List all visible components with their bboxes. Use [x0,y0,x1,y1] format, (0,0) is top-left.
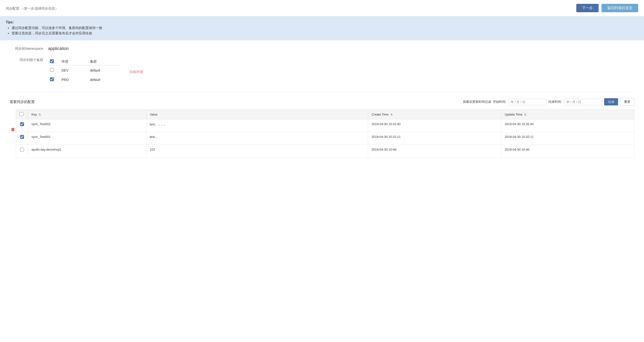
cluster-checkbox-0[interactable] [50,68,54,72]
config-left-label: 需要同步的配置 [10,110,16,158]
main-content: 同步的Namespace application 同步到那个集群 环境 集群 [0,40,644,163]
filter-bar: 按最后更新时间过滤 开始时间: 结束时间: 过滤 重置 [463,98,634,106]
header-buttons: 下一步 返回到项目首页 [576,4,638,12]
row-value-2: 222 [146,145,368,158]
create-sort-icon[interactable]: ⇅ [390,113,392,116]
namespace-value: application [48,46,69,51]
table-col-checkbox [16,110,28,119]
row-key-2: apollo.key.demoKey2 [28,145,146,158]
end-time-label: 结束时间: [548,100,562,104]
reset-button[interactable]: 重置 [620,98,634,106]
title-main: 同步配置 [6,6,19,10]
cluster-table: 环境 集群 DEV default [48,58,120,84]
table-col-value: Value [146,110,368,119]
tips-item-2: 需要注意的是，同步完之后需要发布后才会对应用生效 [12,31,638,36]
cluster-select-all-checkbox[interactable] [50,59,54,63]
cluster-row-0: DEV default [48,66,120,75]
cluster-cluster-1: default [86,75,120,84]
end-time-input[interactable] [564,99,602,105]
table-col-update: Update Time ⇅ [501,110,634,119]
filter-label: 按最后更新时间过滤 [463,100,491,104]
table-select-all-checkbox[interactable] [20,112,23,116]
tips-title: Tips: [6,20,638,24]
section-divider [10,92,634,92]
cluster-row: 同步到那个集群 环境 集群 [10,58,634,84]
cluster-checkbox-1[interactable] [50,77,54,81]
target-env-label: 目标环境 [130,70,143,74]
table-col-create: Create Time ⇅ [368,110,501,119]
back-to-project-button[interactable]: 返回到项目首页 [602,4,638,12]
tips-list: 通过同步配置功能，可以使多个环境、集群间的配置保持一致 需要注意的是，同步完之后… [6,26,638,36]
start-time-label: 开始时间: [493,100,506,104]
start-time-input[interactable] [508,99,546,105]
namespace-row: 同步的Namespace application [10,46,634,51]
namespace-label: 同步的Namespace [10,46,43,51]
page-header: 同步配置 （第一步:选择同步信息） 下一步 返回到项目首页 [0,0,644,16]
row-checkbox-1[interactable] [20,135,24,139]
row-checkbox-cell-2 [16,145,28,158]
row-checkbox-0[interactable] [20,122,24,126]
row-update-1: 2019-04-30 15:32:11 [501,132,634,145]
cluster-col-checkbox [48,58,58,66]
tips-section: Tips: 通过同步配置功能，可以使多个环境、集群间的配置保持一致 需要注意的是… [0,16,644,40]
cluster-cluster-0: default [86,66,120,75]
row-key-1: sync_Test001 [28,132,146,145]
next-step-button[interactable]: 下一步 [576,4,598,12]
table-row: apollo.key.demoKey2 222 2019-04-30 10:46… [16,145,634,158]
row-value-1: test... [146,132,368,145]
table-col-key: Key ⇅ [28,110,146,119]
cluster-env-0: DEV [58,66,86,75]
title-subtitle: （第一步:选择同步信息） [21,6,58,10]
row-checkbox-2[interactable] [20,148,24,152]
row-create-1: 2019-04-30 15:32:11 [368,132,501,145]
table-row: sync_Test001 test... 2019-04-30 15:32:11… [16,132,634,145]
key-sort-icon[interactable]: ⇅ [39,113,41,116]
cluster-col-cluster: 集群 [86,58,120,66]
cluster-row-1: PRO default [48,75,120,84]
config-section: 需要同步的配置 按最后更新时间过滤 开始时间: 结束时间: 过滤 重置 需要同步… [10,98,634,158]
config-data-table: Key ⇅ Value Create Time ⇅ Update Time ⇅ [16,110,634,158]
page-title: 同步配置 （第一步:选择同步信息） [6,5,58,11]
cluster-col-env: 环境 [58,58,86,66]
row-update-2: 2019-04-30 10:46: [501,145,634,158]
update-sort-icon[interactable]: ⇅ [524,113,526,116]
config-table-wrapper: 需要同步的配置 Key ⇅ Value Create Time [10,110,634,158]
tips-item-1: 通过同步配置功能，可以使多个环境、集群间的配置保持一致 [12,26,638,30]
row-checkbox-cell-0 [16,119,28,132]
config-section-label: 需要同步的配置 [10,100,38,104]
config-header: 需要同步的配置 按最后更新时间过滤 开始时间: 结束时间: 过滤 重置 [10,98,634,106]
row-create-0: 2019-04-30 15:32:40 [368,119,501,132]
filter-button[interactable]: 过滤 [604,98,618,106]
cluster-env-1: PRO [58,75,86,84]
table-row: sync_Test002 test。。。。 2019-04-30 15:32:4… [16,119,634,132]
row-key-0: sync_Test002 [28,119,146,132]
row-value-0: test。。。。 [146,119,368,132]
row-create-2: 2019-04-30 10:46: [368,145,501,158]
row-checkbox-cell-1 [16,132,28,145]
row-update-0: 2019-04-30 15:32:40 [501,119,634,132]
cluster-label: 同步到那个集群 [10,58,43,62]
